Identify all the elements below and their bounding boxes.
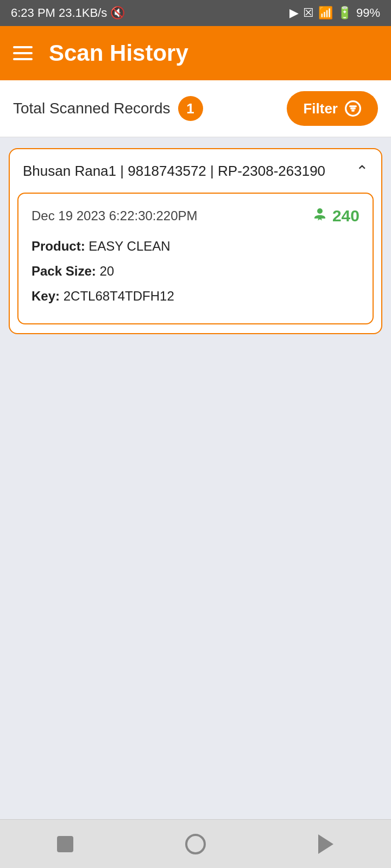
bottom-nav bbox=[0, 819, 391, 868]
record-header[interactable]: Bhusan Rana1 | 9818743572 | RP-2308-2631… bbox=[10, 149, 381, 193]
sim-icon: ☒ bbox=[303, 6, 314, 20]
detail-points: 240 bbox=[312, 206, 360, 226]
status-bar: 6:23 PM 23.1KB/s 🔇 ▶ ☒ 📶 🔋 99% bbox=[0, 0, 391, 26]
records-area: Bhusan Rana1 | 9818743572 | RP-2308-2631… bbox=[0, 137, 391, 345]
award-icon bbox=[312, 206, 328, 226]
app-bar: Scan History bbox=[0, 26, 391, 80]
record-card: Bhusan Rana1 | 9818743572 | RP-2308-2631… bbox=[9, 148, 382, 334]
record-name: Bhusan Rana1 | 9818743572 | RP-2308-2631… bbox=[23, 161, 349, 181]
circle-icon bbox=[185, 834, 206, 854]
packsize-label: Pack Size: bbox=[31, 264, 96, 278]
packsize-row: Pack Size: 20 bbox=[31, 261, 360, 281]
hamburger-line-3 bbox=[13, 58, 33, 60]
square-icon bbox=[57, 836, 73, 852]
detail-header: Dec 19 2023 6:22:30:220PM 240 bbox=[31, 206, 360, 226]
key-row: Key: 2CTL68T4TDFH12 bbox=[31, 286, 360, 306]
battery-icon: 🔋 bbox=[337, 6, 352, 20]
status-left: 6:23 PM 23.1KB/s 🔇 bbox=[11, 6, 125, 20]
wifi-icon: 📶 bbox=[318, 6, 333, 20]
mute-icon: 🔇 bbox=[110, 6, 125, 20]
svg-point-4 bbox=[317, 208, 323, 214]
record-detail: Dec 19 2023 6:22:30:220PM 240 bbox=[17, 193, 374, 324]
triangle-icon bbox=[318, 834, 333, 854]
page-title: Scan History bbox=[49, 40, 188, 66]
total-label-group: Total Scanned Records 1 bbox=[13, 96, 203, 121]
nav-home-button[interactable] bbox=[182, 831, 209, 858]
hamburger-line-2 bbox=[13, 52, 33, 54]
nav-back-button[interactable] bbox=[312, 831, 339, 858]
count-value: 1 bbox=[186, 100, 194, 117]
filter-label: Filter bbox=[303, 100, 338, 117]
nav-square-button[interactable] bbox=[52, 831, 79, 858]
chevron-up-icon: ⌃ bbox=[356, 162, 368, 180]
content-area: Total Scanned Records 1 Filter Bhusan Ra… bbox=[0, 80, 391, 819]
total-label-text: Total Scanned Records bbox=[13, 100, 171, 117]
hamburger-menu-button[interactable] bbox=[13, 46, 33, 60]
bluetooth-icon: ▶ bbox=[289, 6, 299, 20]
count-badge: 1 bbox=[178, 96, 203, 121]
detail-timestamp: Dec 19 2023 6:22:30:220PM bbox=[31, 208, 198, 224]
points-value: 240 bbox=[332, 207, 360, 225]
product-label: Product: bbox=[31, 239, 85, 253]
battery-percent: 99% bbox=[356, 6, 380, 20]
status-right: ▶ ☒ 📶 🔋 99% bbox=[289, 6, 380, 20]
time-text: 6:23 PM bbox=[11, 6, 55, 20]
filter-bar: Total Scanned Records 1 Filter bbox=[0, 80, 391, 137]
filter-button[interactable]: Filter bbox=[287, 91, 378, 126]
product-row: Product: EASY CLEAN bbox=[31, 237, 360, 256]
key-label: Key: bbox=[31, 289, 60, 303]
hamburger-line-1 bbox=[13, 46, 33, 48]
filter-icon bbox=[344, 100, 362, 117]
network-speed: 23.1KB/s bbox=[59, 6, 107, 20]
svg-marker-5 bbox=[318, 218, 322, 221]
